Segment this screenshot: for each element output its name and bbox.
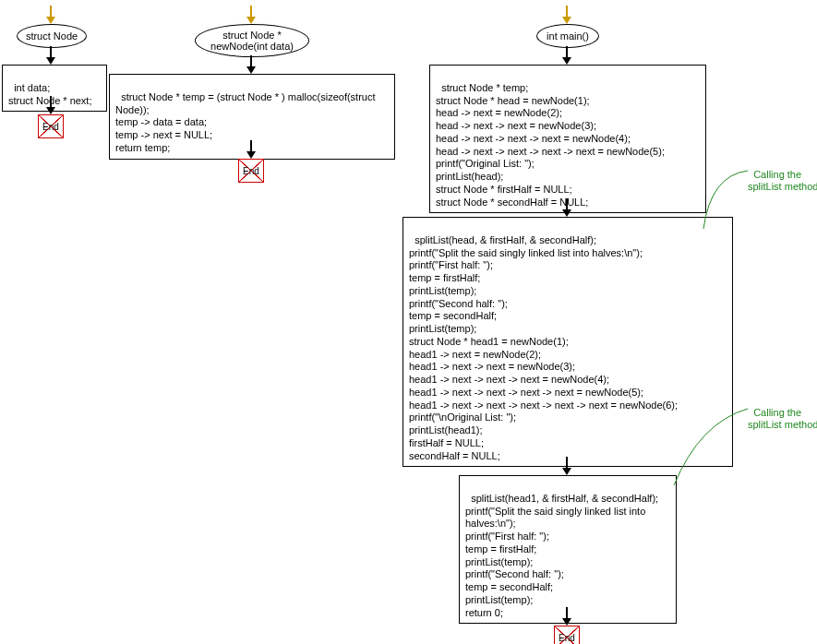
end-text-1: End	[42, 122, 59, 132]
code-text-3a: struct Node * temp; struct Node * head =…	[436, 82, 665, 208]
start-arrow-2	[250, 6, 252, 18]
end-text-2: End	[243, 166, 259, 176]
connector-1b	[50, 96, 52, 109]
code-box-3c: splitList(head1, & firstHalf, & secondHa…	[459, 475, 677, 624]
connector-2a	[250, 55, 252, 68]
start-ellipse-3: int main()	[536, 24, 599, 48]
code-box-1: int data; struct Node * next;	[2, 65, 107, 112]
code-text-3c: splitList(head1, & firstHalf, & secondHa…	[465, 493, 658, 618]
connector-2b	[250, 140, 252, 153]
code-box-3b: splitList(head, & firstHalf, & secondHal…	[402, 217, 733, 467]
code-text-3b: splitList(head, & firstHalf, & secondHal…	[409, 234, 678, 461]
start-arrow-3	[566, 6, 568, 18]
connector-3c	[566, 457, 568, 470]
annotation-1: Calling the splitList method	[748, 157, 817, 194]
start-ellipse-2: struct Node * newNode(int data)	[195, 24, 309, 57]
annotation-text-1: Calling the splitList method	[748, 169, 817, 192]
start-label-2: struct Node * newNode(int data)	[210, 30, 294, 52]
start-ellipse-1: struct Node	[17, 24, 87, 48]
connector-3a	[566, 46, 568, 59]
code-box-3a: struct Node * temp; struct Node * head =…	[429, 65, 706, 213]
start-arrow-1	[50, 6, 52, 18]
start-label-1: struct Node	[26, 30, 78, 42]
end-box-3: End	[554, 626, 580, 644]
connector-3d	[566, 607, 568, 620]
end-text-3: End	[559, 633, 575, 643]
start-label-3: int main()	[547, 30, 589, 42]
connector-1a	[50, 46, 52, 59]
code-box-2: struct Node * temp = (struct Node * ) ma…	[109, 74, 395, 160]
code-text-2: struct Node * temp = (struct Node * ) ma…	[115, 91, 376, 153]
end-box-1: End	[38, 114, 64, 138]
connector-3b	[566, 198, 568, 211]
annotation-text-2: Calling the splitList method	[748, 407, 817, 430]
annotation-2: Calling the splitList method	[748, 395, 817, 432]
end-box-2: End	[238, 159, 264, 183]
